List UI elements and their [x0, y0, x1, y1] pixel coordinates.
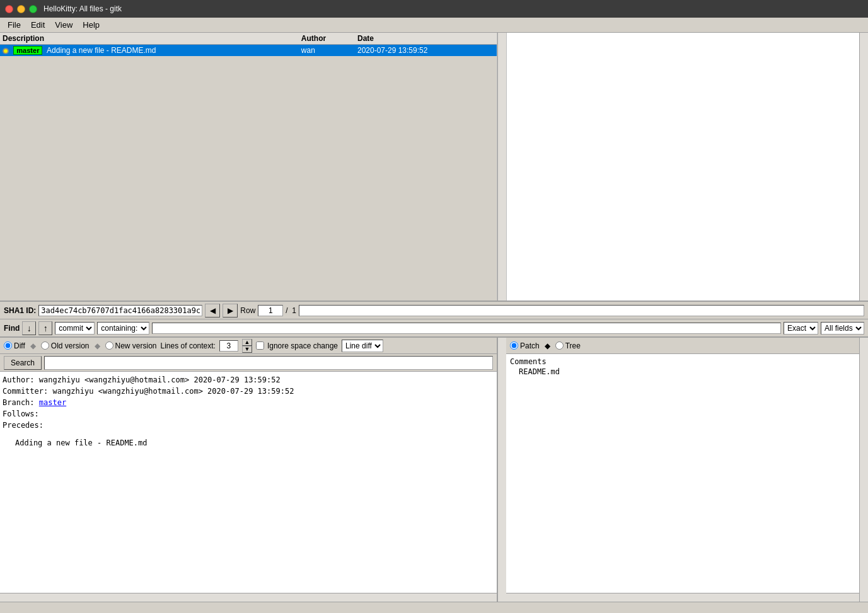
diff-radio[interactable] — [4, 341, 12, 350]
patch-tree-panel: Patch ◆ Tree Comments README.md — [506, 338, 859, 602]
branch-tag: master — [13, 46, 42, 55]
find-up-btn[interactable]: ↑ — [38, 321, 52, 335]
diff-panel: Diff ◆ Old version ◆ New version Lines o… — [0, 338, 497, 602]
commit-list-vscroll[interactable] — [497, 33, 506, 301]
menu-view[interactable]: View — [50, 19, 78, 31]
sha1-input[interactable] — [38, 305, 202, 316]
table-row[interactable]: master Adding a new file - README.md wan… — [0, 45, 497, 57]
maximize-button[interactable] — [29, 5, 37, 13]
ignore-space-option[interactable]: Ignore space change — [256, 341, 338, 350]
tab-separator: ◆ — [545, 341, 550, 350]
follows-line: Follows: — [3, 408, 494, 420]
sha1-label: SHA1 ID: — [4, 306, 36, 315]
precedes-line: Precedes: — [3, 420, 494, 431]
tree-label: Tree — [565, 341, 581, 350]
diff-toolbar: Diff ◆ Old version ◆ New version Lines o… — [0, 338, 497, 354]
commit-author: wan — [299, 45, 355, 57]
commit-graph-panel[interactable]: Description Author Date master Adding a … — [0, 33, 497, 301]
col-author: Author — [299, 33, 355, 45]
find-bar: Find ↓ ↑ commit containing: Exact All fi… — [0, 319, 868, 337]
menu-edit[interactable]: Edit — [26, 19, 50, 31]
row-search-input[interactable] — [299, 305, 864, 316]
new-version-option[interactable]: New version — [105, 341, 157, 350]
patch-tree-tabs: Patch ◆ Tree — [506, 338, 859, 354]
line-diff-select[interactable]: Line diff — [342, 340, 383, 352]
col-date: Date — [355, 33, 497, 45]
find-text-input[interactable] — [152, 323, 781, 334]
tree-file-readme[interactable]: README.md — [509, 367, 857, 377]
old-version-radio[interactable] — [41, 341, 49, 350]
search-button[interactable]: Search — [4, 356, 42, 370]
row-input[interactable] — [258, 305, 283, 316]
top-right-info — [506, 33, 859, 301]
sha1-prev-btn[interactable]: ◀ — [205, 304, 220, 318]
tree-radio[interactable] — [555, 341, 564, 350]
menu-help[interactable]: Help — [78, 19, 105, 31]
separator1: ◆ — [30, 341, 36, 350]
patch-tab[interactable]: Patch — [510, 341, 540, 350]
search-input[interactable] — [44, 356, 493, 370]
context-spin-up[interactable]: ▲ — [242, 339, 252, 346]
new-version-radio[interactable] — [105, 341, 113, 350]
commit-list-area: Description Author Date master Adding a … — [0, 33, 868, 301]
author-line: Author: wangzhiyu <wangzhiyu@hotmail.com… — [3, 374, 494, 386]
row-sep-total: / 1 — [286, 306, 296, 315]
diff-option[interactable]: Diff — [4, 341, 25, 350]
top-right-vscroll[interactable] — [859, 33, 868, 301]
menubar: File Edit View Help — [0, 18, 868, 33]
context-spin-down[interactable]: ▼ — [242, 346, 252, 353]
commit-table: Description Author Date master Adding a … — [0, 33, 497, 56]
ignore-space-check[interactable] — [256, 341, 264, 350]
diff-label: Diff — [14, 341, 25, 350]
old-version-option[interactable]: Old version — [41, 341, 90, 350]
menu-file[interactable]: File — [3, 19, 26, 31]
search-bar: Search — [0, 354, 497, 372]
new-version-label: New version — [115, 341, 157, 350]
bottom-section: Diff ◆ Old version ◆ New version Lines o… — [0, 337, 868, 602]
commit-message: Adding a new file - README.md — [47, 46, 156, 55]
old-version-label: Old version — [51, 341, 90, 350]
context-label: Lines of context: — [161, 341, 216, 350]
find-label: Find — [4, 324, 20, 333]
context-input[interactable] — [219, 340, 238, 352]
commit-message-body: Adding a new file - README.md — [3, 437, 494, 449]
window-title: HelloKitty: All files - gitk — [43, 4, 122, 13]
branch-link[interactable]: master — [39, 398, 66, 407]
main-area: Description Author Date master Adding a … — [0, 33, 868, 613]
branch-line: Branch: master — [3, 397, 494, 408]
patch-radio[interactable] — [510, 341, 518, 350]
commit-description: master Adding a new file - README.md — [0, 45, 299, 57]
fields-select[interactable]: All fields — [821, 322, 864, 335]
patch-label: Patch — [520, 341, 540, 350]
context-spinner[interactable]: ▲ ▼ — [242, 339, 252, 353]
separator2: ◆ — [95, 341, 100, 350]
commit-date: 2020-07-29 13:59:52 — [355, 45, 497, 57]
ignore-space-label: Ignore space change — [267, 341, 338, 350]
sha1-next-btn[interactable]: ▶ — [223, 304, 238, 318]
row-label: Row — [240, 306, 255, 315]
close-button[interactable] — [5, 5, 13, 13]
tree-vscroll[interactable] — [859, 338, 868, 602]
diff-vscroll[interactable] — [497, 338, 506, 602]
find-type-select[interactable]: commit — [55, 322, 95, 335]
tree-hscrollbar[interactable] — [506, 593, 859, 602]
file-tree[interactable]: Comments README.md — [506, 354, 859, 593]
tree-folder-comments[interactable]: Comments — [509, 357, 857, 367]
find-containing-select[interactable]: containing: — [97, 322, 149, 335]
titlebar: HelloKitty: All files - gitk — [0, 0, 868, 18]
tree-tab[interactable]: Tree — [555, 341, 581, 350]
sha1-bar: SHA1 ID: ◀ ▶ Row / 1 — [0, 301, 868, 319]
find-down-btn[interactable]: ↓ — [22, 321, 36, 335]
exact-select[interactable]: Exact — [784, 322, 818, 335]
status-bar — [0, 602, 868, 613]
diff-content[interactable]: Author: wangzhiyu <wangzhiyu@hotmail.com… — [0, 372, 497, 593]
col-description: Description — [0, 33, 299, 45]
minimize-button[interactable] — [17, 5, 25, 13]
committer-line: Committer: wangzhiyu <wangzhiyu@hotmail.… — [3, 386, 494, 397]
commit-dot — [3, 48, 9, 54]
diff-hscrollbar[interactable] — [0, 593, 497, 602]
